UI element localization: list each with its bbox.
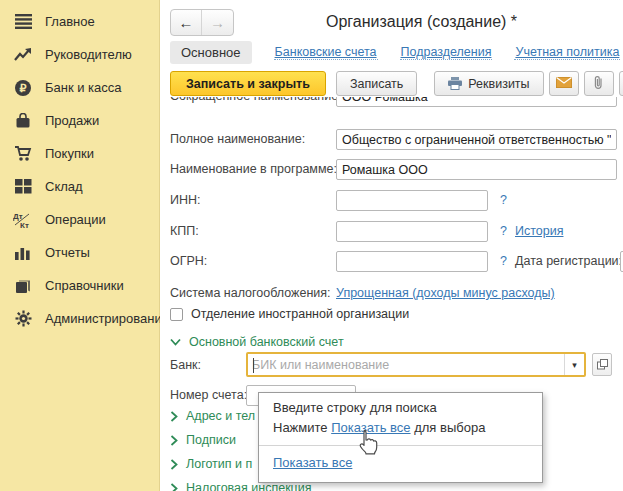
- chevron-right-icon: [170, 483, 178, 491]
- toolbar: Записать и закрыть Записать Реквизиты По: [170, 71, 623, 96]
- kpp-label: КПП:: [170, 224, 199, 238]
- tax-system-row: Система налогообложения: Упрощенная (дох…: [160, 283, 623, 305]
- chevron-down-icon: [170, 338, 181, 346]
- sidebar-item-warehouse[interactable]: Склад: [0, 170, 160, 203]
- popup-hint-line2-suffix: для выбора: [411, 420, 486, 435]
- svg-text:₽: ₽: [20, 82, 27, 94]
- kpp-help-link[interactable]: ?: [500, 224, 507, 238]
- sidebar-item-directories[interactable]: Справочники: [0, 269, 160, 302]
- back-button[interactable]: ←: [171, 10, 202, 35]
- foreign-branch-row: Отделение иностранной организации: [160, 306, 623, 328]
- inn-row: ИНН: ?: [160, 190, 623, 212]
- program-name-input[interactable]: [336, 159, 617, 180]
- tax-system-link[interactable]: Упрощенная (доходы минус расходы): [336, 286, 555, 300]
- hand-cursor-icon: [356, 429, 380, 459]
- bank-search-popup: Введите строку для поиска Нажмите Показа…: [258, 392, 543, 483]
- attachment-button[interactable]: [584, 71, 614, 96]
- inn-help-link[interactable]: ?: [500, 193, 507, 207]
- ogrn-label: ОГРН:: [170, 254, 207, 268]
- text-caret: [253, 358, 254, 373]
- sidebar-item-label: Администрирование: [45, 311, 169, 326]
- inn-label: ИНН:: [170, 193, 201, 207]
- page-title: Организация (создание) *: [220, 13, 623, 31]
- save-button[interactable]: Записать: [336, 71, 417, 96]
- sidebar: Главное Руководителю ₽ Банк и касса Прод…: [0, 0, 160, 491]
- popup-show-all-link-wrap: Показать все: [273, 455, 352, 470]
- main-content: ← → Организация (создание) * Основное Ба…: [160, 0, 623, 491]
- sidebar-item-label: Операции: [45, 212, 106, 227]
- full-name-input[interactable]: [336, 129, 617, 150]
- sidebar-item-sales[interactable]: Продажи: [0, 104, 160, 137]
- chevron-right-icon: [170, 411, 178, 422]
- sidebar-item-main[interactable]: Главное: [0, 5, 160, 38]
- warehouse-icon: [13, 177, 33, 197]
- more-button-cut[interactable]: По: [619, 71, 623, 96]
- bank-input[interactable]: [248, 355, 564, 374]
- details-button-label: Реквизиты: [468, 77, 529, 91]
- details-button[interactable]: Реквизиты: [434, 71, 543, 96]
- foreign-branch-checkbox[interactable]: [170, 308, 183, 321]
- chevron-right-icon: [170, 435, 178, 446]
- bank-dropdown-button[interactable]: ▾: [564, 354, 584, 375]
- sidebar-item-operations[interactable]: ДтКт Операции: [0, 203, 160, 236]
- tab-bar: Основное Банковские счета Подразделения …: [170, 41, 623, 64]
- sidebar-item-purchases[interactable]: Покупки: [0, 137, 160, 170]
- kpp-history-link[interactable]: История: [515, 224, 563, 238]
- section-label: Адрес и тел: [186, 409, 255, 423]
- svg-text:Кт: Кт: [20, 221, 29, 229]
- menu-icon: [13, 12, 33, 32]
- section-label: Логотип и п: [186, 457, 252, 471]
- paperclip-icon: [594, 75, 603, 93]
- popup-separator: [259, 445, 542, 446]
- short-name-label: Сокращенное наименование:: [170, 97, 342, 103]
- sidebar-item-label: Руководителю: [45, 47, 132, 62]
- sidebar-item-administration[interactable]: Администрирование: [0, 302, 160, 335]
- full-name-label: Полное наименование:: [170, 132, 305, 146]
- books-icon: [13, 276, 33, 296]
- clipped-row-wrapper: Сокращенное наименование:: [160, 97, 623, 109]
- sidebar-item-reports[interactable]: Отчеты: [0, 236, 160, 269]
- gear-icon: [13, 309, 33, 329]
- ogrn-input[interactable]: [336, 251, 488, 272]
- ogrn-help-link[interactable]: ?: [500, 254, 507, 268]
- section-label: Подписи: [186, 433, 236, 447]
- sidebar-item-label: Склад: [45, 179, 83, 194]
- tax-system-label: Система налогообложения:: [170, 286, 331, 300]
- bank-row: Банк: ▾: [160, 352, 623, 378]
- short-name-input[interactable]: [336, 97, 617, 107]
- tab-bank-accounts[interactable]: Банковские счета: [274, 45, 378, 60]
- inn-input[interactable]: [336, 190, 488, 211]
- account-number-label: Номер счета:: [170, 388, 247, 402]
- popup-hint-line1: Введите строку для поиска: [273, 400, 437, 415]
- sidebar-item-label: Покупки: [45, 146, 94, 161]
- ogrn-row: ОГРН: ? Дата регистрации:: [160, 251, 623, 273]
- sidebar-item-label: Продажи: [45, 113, 99, 128]
- bank-section-header[interactable]: Основной банковский счет: [160, 331, 623, 353]
- sidebar-item-label: Банк и касса: [45, 80, 122, 95]
- sidebar-item-bank-cash[interactable]: ₽ Банк и касса: [0, 71, 160, 104]
- sidebar-item-manager[interactable]: Руководителю: [0, 38, 160, 71]
- open-in-list-icon: [597, 359, 608, 370]
- chevron-right-icon: [170, 459, 178, 470]
- bar-chart-icon: [13, 243, 33, 263]
- trend-icon: [13, 45, 33, 65]
- envelope-icon: [556, 77, 572, 91]
- printer-icon: [448, 77, 462, 90]
- save-and-close-button[interactable]: Записать и закрыть: [170, 71, 326, 96]
- bank-section-title: Основной банковский счет: [189, 335, 344, 349]
- tab-accounting-policy[interactable]: Учетная политика: [514, 45, 620, 60]
- tab-departments[interactable]: Подразделения: [400, 45, 493, 60]
- bank-open-button[interactable]: [592, 353, 612, 376]
- popup-hint-line2-prefix: Нажмите: [273, 420, 331, 435]
- email-button[interactable]: [549, 71, 579, 96]
- ruble-icon: ₽: [13, 78, 33, 98]
- bank-input-box: ▾: [246, 352, 586, 377]
- app-window: Главное Руководителю ₽ Банк и касса Прод…: [0, 0, 623, 491]
- kpp-input[interactable]: [336, 221, 488, 242]
- sidebar-item-label: Справочники: [45, 278, 124, 293]
- tab-main[interactable]: Основное: [170, 41, 252, 64]
- popup-show-all-link[interactable]: Показать все: [273, 455, 352, 470]
- sidebar-item-label: Главное: [45, 14, 95, 29]
- kpp-row: КПП: ? История: [160, 221, 623, 243]
- bank-label: Банк:: [170, 358, 201, 372]
